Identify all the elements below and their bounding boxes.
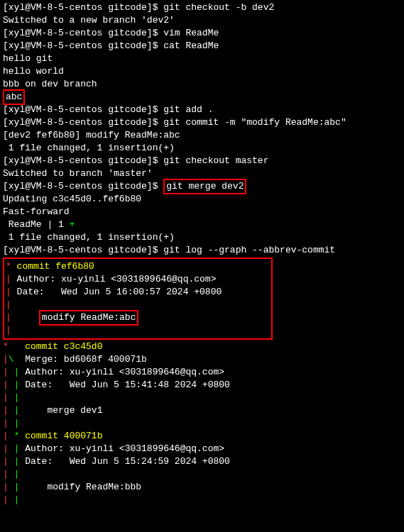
log-line: | | xyxy=(3,392,401,404)
log-line: * commit fef6b80 xyxy=(6,260,270,273)
highlight-commit-block: * commit fef6b80 | Author: xu-yinli <303… xyxy=(3,257,273,340)
highlight-commit-msg: modify ReadMe:abc xyxy=(39,310,139,326)
highlight-abc: abc xyxy=(3,89,25,105)
log-line: | | Date: Wed Jun 5 15:41:48 2024 +0800 xyxy=(3,379,401,392)
log-line: | modify ReadMe:abc xyxy=(6,311,270,324)
log-line: | | Date: Wed Jun 5 15:24:59 2024 +0800 xyxy=(3,455,401,468)
output-line: 1 file changed, 1 insertion(+) xyxy=(3,142,401,155)
log-line: * commit c3c45d0 xyxy=(3,340,401,353)
log-line: | | merge dev1 xyxy=(3,404,401,417)
log-line: | | xyxy=(3,494,401,506)
terminal-output: [xyl@VM-8-5-centos gitcode]$ git checkou… xyxy=(3,1,401,506)
output-line: bbb on dev branch xyxy=(3,78,401,91)
output-line: abc xyxy=(3,91,401,104)
log-line: | xyxy=(6,324,270,337)
output-line: [dev2 fef6b80] modify ReadMe:abc xyxy=(3,129,401,142)
prompt-line: [xyl@VM-8-5-centos gitcode]$ git log --g… xyxy=(3,244,401,257)
log-line: | | xyxy=(3,417,401,430)
log-line: | Date: Wed Jun 5 16:00:57 2024 +0800 xyxy=(6,286,270,299)
output-line: hello git xyxy=(3,52,401,65)
output-line: ReadMe | 1 + xyxy=(3,218,401,231)
output-line: Updating c3c45d0..fef6b80 xyxy=(3,193,401,206)
log-line: | | Author: xu-yinli <3031899646@qq.com> xyxy=(3,366,401,379)
highlight-merge-cmd: git merge dev2 xyxy=(163,179,246,194)
log-line: |\ Merge: bd6068f 400071b xyxy=(3,353,401,366)
prompt-line: [xyl@VM-8-5-centos gitcode]$ cat ReadMe xyxy=(3,40,401,52)
output-line: 1 file changed, 1 insertion(+) xyxy=(3,231,401,244)
output-line: Switched to a new branch 'dev2' xyxy=(3,14,401,27)
log-line: | | modify ReadMe:bbb xyxy=(3,481,401,494)
prompt-line: [xyl@VM-8-5-centos gitcode]$ git checkou… xyxy=(3,1,401,14)
prompt-line: [xyl@VM-8-5-centos gitcode]$ git checkou… xyxy=(3,155,401,167)
log-line: | * commit 400071b xyxy=(3,430,401,443)
log-line: | | Author: xu-yinli <3031899646@qq.com> xyxy=(3,443,401,455)
output-line: Fast-forward xyxy=(3,206,401,218)
prompt-line: [xyl@VM-8-5-centos gitcode]$ git merge d… xyxy=(3,180,401,193)
log-line: | | xyxy=(3,468,401,481)
prompt-line: [xyl@VM-8-5-centos gitcode]$ vim ReadMe xyxy=(3,27,401,40)
prompt-line: [xyl@VM-8-5-centos gitcode]$ git commit … xyxy=(3,116,401,129)
prompt-line: [xyl@VM-8-5-centos gitcode]$ git add . xyxy=(3,104,401,116)
output-line: hello world xyxy=(3,65,401,78)
log-line: | Author: xu-yinli <3031899646@qq.com> xyxy=(6,273,270,286)
